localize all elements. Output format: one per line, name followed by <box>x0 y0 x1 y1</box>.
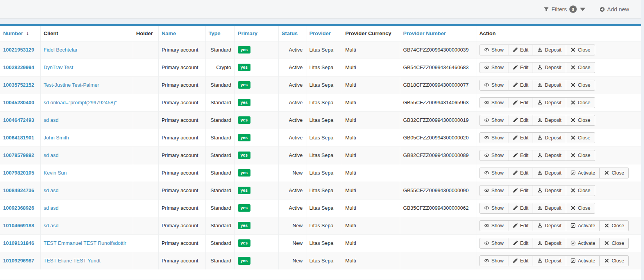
deposit-button[interactable]: Deposit <box>533 62 566 73</box>
column-header-provider-number[interactable]: Provider Number <box>400 26 476 41</box>
show-button[interactable]: Show <box>479 220 508 231</box>
column-header-type[interactable]: Type <box>205 26 234 41</box>
close-button[interactable]: Close <box>566 203 595 214</box>
client-link[interactable]: sd asd <box>44 152 59 158</box>
close-button[interactable]: Close <box>599 168 629 178</box>
edit-button[interactable]: Edit <box>508 203 533 214</box>
close-button[interactable]: Close <box>566 80 595 91</box>
deposit-button[interactable]: Deposit <box>533 132 566 143</box>
edit-button[interactable]: Edit <box>508 168 533 178</box>
close-button[interactable]: Close <box>599 220 629 231</box>
edit-button[interactable]: Edit <box>508 62 533 73</box>
deposit-button[interactable]: Deposit <box>533 220 566 231</box>
client-link[interactable]: sd asd <box>44 187 59 193</box>
account-number-link[interactable]: 10079820105 <box>3 170 34 176</box>
close-button[interactable]: Close <box>566 97 595 108</box>
deposit-button[interactable]: Deposit <box>533 150 566 161</box>
cell-text: Multi <box>345 82 356 88</box>
edit-button[interactable]: Edit <box>508 255 533 266</box>
deposit-button[interactable]: Deposit <box>533 238 566 249</box>
account-number-link[interactable]: 10109296987 <box>3 258 34 264</box>
close-button[interactable]: Close <box>566 150 595 161</box>
close-button[interactable]: Close <box>566 132 595 143</box>
cell-provider-currency: Multi <box>342 217 400 234</box>
edit-button[interactable]: Edit <box>508 150 533 161</box>
add-new-button[interactable]: Add new <box>599 6 629 12</box>
client-link[interactable]: John Smith <box>44 135 69 141</box>
deposit-button[interactable]: Deposit <box>533 45 566 55</box>
edit-button[interactable]: Edit <box>508 185 533 196</box>
show-button[interactable]: Show <box>479 62 508 73</box>
show-button[interactable]: Show <box>479 255 508 266</box>
edit-button[interactable]: Edit <box>508 80 533 91</box>
edit-button[interactable]: Edit <box>508 132 533 143</box>
show-button[interactable]: Show <box>479 185 508 196</box>
column-header-provider[interactable]: Provider <box>306 26 342 41</box>
activate-button[interactable]: Activate <box>566 255 600 266</box>
download-icon <box>537 223 542 228</box>
account-number-link[interactable]: 10092368926 <box>3 205 34 211</box>
client-link[interactable]: Kevin Sun <box>44 170 67 176</box>
close-button[interactable]: Close <box>566 115 595 126</box>
client-link[interactable]: sd onload="prompt(299792458)" <box>44 100 117 105</box>
deposit-button[interactable]: Deposit <box>533 203 566 214</box>
account-number-link[interactable]: 10028229994 <box>3 64 34 70</box>
account-number-link[interactable]: 10021953129 <box>3 47 34 53</box>
show-button[interactable]: Show <box>479 80 508 91</box>
client-link[interactable]: Fidel Bechtelar <box>44 47 78 53</box>
client-link[interactable]: sd asd <box>44 223 59 228</box>
cell-actions: ShowEditDepositClose <box>476 129 641 146</box>
activate-button[interactable]: Activate <box>566 168 600 178</box>
deposit-button[interactable]: Deposit <box>533 115 566 126</box>
account-number-link[interactable]: 10104669188 <box>3 223 34 228</box>
client-link[interactable]: TEST Emmanuel TEST Runolfsdottir <box>44 240 127 246</box>
account-number-link[interactable]: 10078579892 <box>3 152 34 158</box>
cell-text: GB55CFZZ00994300000090 <box>403 187 469 193</box>
column-header-name[interactable]: Name <box>158 26 205 41</box>
column-header-primary[interactable]: Primary <box>234 26 278 41</box>
deposit-button[interactable]: Deposit <box>533 168 566 178</box>
edit-button[interactable]: Edit <box>508 220 533 231</box>
column-header-number[interactable]: Number↓ <box>0 26 40 41</box>
account-number-link[interactable]: 10045280400 <box>3 100 34 105</box>
account-number-link[interactable]: 10064181901 <box>3 135 34 141</box>
account-number-link[interactable]: 10084924736 <box>3 187 34 193</box>
deposit-button[interactable]: Deposit <box>533 185 566 196</box>
close-button[interactable]: Close <box>566 45 595 55</box>
close-button[interactable]: Close <box>599 255 629 266</box>
client-link[interactable]: Test-Justine Test-Palmer <box>44 82 99 88</box>
show-button[interactable]: Show <box>479 97 508 108</box>
account-number-link[interactable]: 10109131846 <box>3 240 34 246</box>
cell-text: GB32CFZZ00994300000019 <box>403 117 469 123</box>
deposit-button[interactable]: Deposit <box>533 97 566 108</box>
close-button[interactable]: Close <box>566 185 595 196</box>
deposit-button[interactable]: Deposit <box>533 80 566 91</box>
edit-button[interactable]: Edit <box>508 97 533 108</box>
column-header-status[interactable]: Status <box>278 26 306 41</box>
client-link[interactable]: sd asd <box>44 117 59 123</box>
show-button[interactable]: Show <box>479 203 508 214</box>
close-button[interactable]: Close <box>566 62 595 73</box>
button-label: Close <box>578 82 590 88</box>
activate-button[interactable]: Activate <box>566 220 600 231</box>
show-button[interactable]: Show <box>479 45 508 55</box>
show-button[interactable]: Show <box>479 238 508 249</box>
close-button[interactable]: Close <box>599 238 629 249</box>
show-button[interactable]: Show <box>479 132 508 143</box>
show-button[interactable]: Show <box>479 115 508 126</box>
client-link[interactable]: TEST Eliane TEST Yundt <box>44 258 101 264</box>
button-label: Deposit <box>545 100 561 105</box>
account-number-link[interactable]: 10035752152 <box>3 82 34 88</box>
client-link[interactable]: sd asd <box>44 205 59 211</box>
edit-button[interactable]: Edit <box>508 238 533 249</box>
edit-button[interactable]: Edit <box>508 115 533 126</box>
show-button[interactable]: Show <box>479 150 508 161</box>
button-label: Edit <box>520 100 529 105</box>
client-link[interactable]: DynTrav Test <box>44 64 73 70</box>
filters-button[interactable]: Filters 0 <box>544 5 585 13</box>
deposit-button[interactable]: Deposit <box>533 255 566 266</box>
activate-button[interactable]: Activate <box>566 238 600 249</box>
account-number-link[interactable]: 10046472493 <box>3 117 34 123</box>
show-button[interactable]: Show <box>479 168 508 178</box>
edit-button[interactable]: Edit <box>508 45 533 55</box>
